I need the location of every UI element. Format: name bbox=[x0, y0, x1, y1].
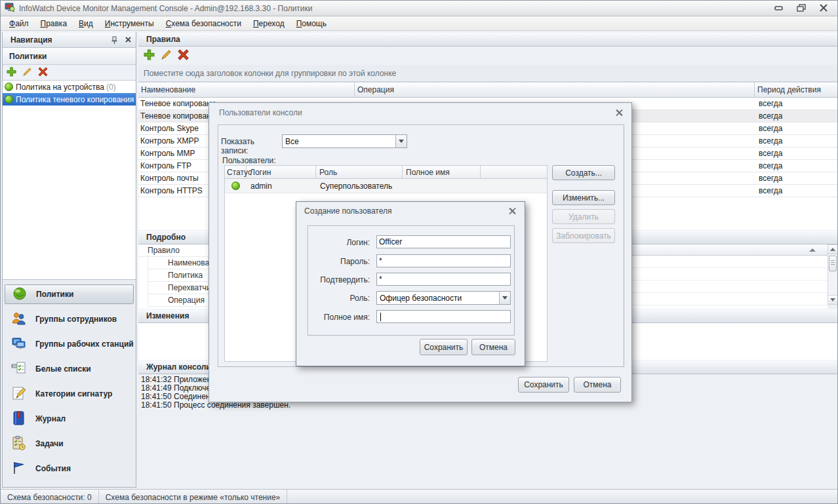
scroll-up-icon[interactable] bbox=[828, 245, 837, 254]
confirm-password-field[interactable] bbox=[376, 273, 511, 286]
password-label: Пароль: bbox=[304, 257, 370, 266]
menu-tools[interactable]: Инструменты bbox=[99, 18, 160, 29]
signature-categories-icon bbox=[11, 385, 27, 403]
rules-table-header: Наименование Операция Период действия bbox=[138, 82, 838, 98]
delete-rule-icon[interactable] bbox=[178, 49, 189, 62]
chevron-down-icon[interactable] bbox=[395, 135, 407, 147]
password-field[interactable] bbox=[376, 254, 511, 267]
edit-user-button[interactable]: Изменить... bbox=[552, 190, 615, 205]
restore-button[interactable] bbox=[795, 3, 807, 12]
users-label: Пользователи: bbox=[222, 156, 294, 165]
column-header-login[interactable]: Логин bbox=[247, 166, 316, 178]
column-header-name[interactable]: Наименование bbox=[138, 82, 355, 98]
save-button[interactable]: Сохранить bbox=[518, 377, 569, 393]
create-user-dialog-titlebar[interactable]: Создание пользователя bbox=[296, 202, 525, 220]
edit-policy-icon[interactable] bbox=[22, 67, 32, 79]
user-row-admin[interactable]: admin Суперпользователь bbox=[225, 179, 547, 193]
sidebar-item-tasks[interactable]: Задачи bbox=[5, 434, 134, 454]
console-users-dialog-titlebar[interactable]: Пользователи консоли bbox=[209, 103, 631, 123]
text-caret bbox=[380, 313, 381, 321]
cancel-button[interactable]: Отмена bbox=[471, 339, 515, 355]
sidebar-item-white-lists[interactable]: Белые списки bbox=[5, 359, 134, 379]
menu-security-scheme[interactable]: Схема безопасности bbox=[160, 18, 247, 29]
minimize-button[interactable] bbox=[773, 3, 785, 12]
app-icon bbox=[5, 2, 15, 14]
details-scrollbar[interactable] bbox=[828, 244, 838, 305]
sidebar-item-signature-categories[interactable]: Категории сигнатур bbox=[5, 384, 134, 404]
sidebar-item-policies[interactable]: Политики bbox=[5, 284, 134, 304]
cancel-button[interactable]: Отмена bbox=[574, 377, 621, 393]
users-table-header: Статус Логин Роль Полное имя bbox=[225, 166, 547, 179]
pin-icon[interactable] bbox=[111, 36, 118, 47]
column-header-role[interactable]: Роль bbox=[316, 166, 403, 178]
navigation-section-title: Политики bbox=[3, 48, 136, 65]
sidebar-item-workstation-groups[interactable]: Группы рабочих станций bbox=[5, 334, 134, 354]
rules-toolbar bbox=[138, 47, 838, 65]
show-records-select[interactable]: Все bbox=[282, 134, 407, 148]
policies-list: Политика на устройства (0) Политика тене… bbox=[3, 81, 136, 279]
login-field[interactable] bbox=[376, 235, 511, 248]
column-header-status[interactable]: Статус bbox=[225, 166, 247, 178]
details-values-table bbox=[627, 244, 828, 309]
white-lists-icon bbox=[11, 360, 27, 378]
policy-status-icon bbox=[5, 95, 13, 104]
status-scheme-count: Схема безопасности: 0 bbox=[1, 490, 99, 504]
policy-item-devices[interactable]: Политика на устройства (0) bbox=[3, 81, 136, 93]
add-rule-icon[interactable] bbox=[144, 49, 155, 62]
confirm-password-label: Подтвердить: bbox=[304, 275, 370, 284]
navigation-header: Навигация bbox=[3, 32, 136, 48]
sidebar-item-journal[interactable]: Журнал bbox=[5, 409, 134, 429]
chevron-down-icon[interactable] bbox=[499, 292, 510, 304]
menu-edit[interactable]: Правка bbox=[35, 18, 73, 29]
group-by-hint[interactable]: Поместите сюда заголовок колонки для гру… bbox=[138, 65, 838, 82]
role-label: Роль: bbox=[304, 294, 370, 303]
close-button[interactable] bbox=[818, 3, 829, 12]
column-header-period[interactable]: Период действия bbox=[755, 82, 838, 98]
rules-panel-title: Правила bbox=[138, 32, 838, 47]
column-header-operation[interactable]: Операция bbox=[355, 82, 755, 98]
window-titlebar[interactable]: InfoWatch Device Monitor Management Cons… bbox=[1, 1, 838, 16]
create-user-dialog: Создание пользователя Логин: Пароль: Под… bbox=[296, 201, 525, 366]
status-scheme-mode: Схема безопасности в режиме «только чтен… bbox=[99, 490, 288, 504]
policies-icon bbox=[12, 286, 28, 303]
fullname-field[interactable] bbox=[376, 310, 511, 323]
edit-rule-icon[interactable] bbox=[161, 49, 172, 62]
policy-status-icon bbox=[5, 83, 13, 91]
delete-user-button: Удалить bbox=[552, 209, 615, 224]
role-select[interactable]: Офицер безопасности bbox=[376, 291, 511, 305]
details-values-header[interactable] bbox=[627, 244, 828, 256]
user-status-icon bbox=[231, 182, 240, 190]
scroll-down-icon[interactable] bbox=[828, 295, 837, 304]
sidebar-item-employee-groups[interactable]: Группы сотрудников bbox=[5, 309, 134, 329]
dialog-close-icon[interactable] bbox=[508, 207, 517, 217]
menu-bar: Файл Правка Вид Инструменты Схема безопа… bbox=[1, 16, 838, 31]
menu-view[interactable]: Вид bbox=[73, 18, 99, 29]
sort-asc-icon bbox=[809, 248, 816, 252]
delete-policy-icon[interactable] bbox=[38, 67, 48, 79]
menu-navigate[interactable]: Переход bbox=[247, 18, 290, 29]
create-user-button[interactable]: Создать... bbox=[552, 165, 615, 180]
window-title: InfoWatch Device Monitor Management Cons… bbox=[19, 4, 313, 13]
policies-toolbar bbox=[3, 65, 136, 81]
dialog-close-icon[interactable] bbox=[615, 109, 624, 119]
dialog-title: Создание пользователя bbox=[304, 206, 391, 216]
app-window: InfoWatch Device Monitor Management Cons… bbox=[0, 0, 838, 504]
journal-icon bbox=[11, 410, 27, 428]
dialog-title: Пользователи консоли bbox=[219, 108, 302, 117]
block-user-button: Заблокировать bbox=[552, 228, 615, 243]
sidebar-item-events[interactable]: События bbox=[5, 459, 134, 478]
scrollbar-thumb[interactable] bbox=[829, 256, 837, 271]
navigation-title: Навигация bbox=[10, 35, 52, 45]
tasks-icon bbox=[11, 435, 27, 453]
add-policy-icon[interactable] bbox=[7, 67, 16, 79]
policy-item-shadow-copy[interactable]: Политика теневого копирования … bbox=[3, 93, 136, 106]
save-button[interactable]: Сохранить bbox=[420, 339, 468, 355]
menu-help[interactable]: Помощь bbox=[290, 18, 332, 29]
fullname-label: Полное имя: bbox=[304, 313, 370, 322]
close-panel-icon[interactable] bbox=[125, 36, 132, 47]
employee-groups-icon bbox=[11, 311, 27, 328]
menu-file[interactable]: Файл bbox=[3, 18, 35, 29]
workstation-groups-icon bbox=[11, 336, 27, 353]
show-records-label: Показать записи: bbox=[221, 137, 283, 155]
column-header-fullname[interactable]: Полное имя bbox=[403, 166, 481, 178]
